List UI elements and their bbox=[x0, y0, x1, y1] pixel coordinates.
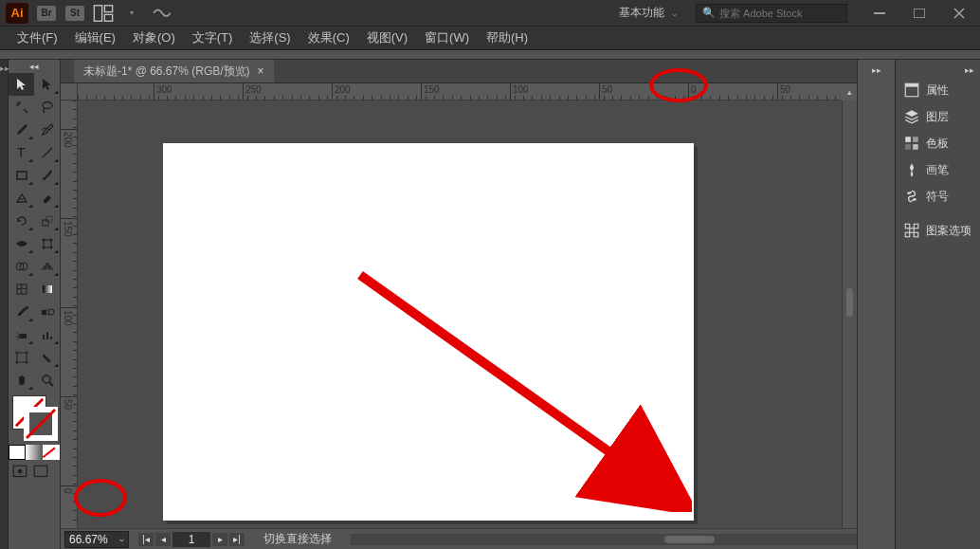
left-dock-strip[interactable]: ▸▸ bbox=[0, 60, 9, 549]
panel-layers[interactable]: 图层 bbox=[896, 103, 980, 130]
mesh-tool[interactable] bbox=[9, 278, 34, 301]
artboard[interactable] bbox=[163, 143, 694, 521]
panel-swatches[interactable]: 色板 bbox=[896, 130, 980, 156]
gradient-mode-button[interactable] bbox=[26, 445, 43, 460]
arrange-documents-icon[interactable] bbox=[93, 5, 114, 22]
search-box[interactable]: 🔍 bbox=[696, 4, 847, 23]
panel-label: 图层 bbox=[926, 109, 949, 125]
blend-tool[interactable] bbox=[34, 301, 60, 323]
svg-rect-42 bbox=[913, 144, 918, 150]
workspace-label: 基本功能 bbox=[619, 5, 664, 21]
scale-tool[interactable] bbox=[34, 210, 60, 232]
prev-artboard-button[interactable]: ◂ bbox=[155, 533, 171, 546]
column-graph-tool[interactable] bbox=[34, 323, 60, 346]
menu-help[interactable]: 帮助(H) bbox=[479, 27, 535, 49]
gradient-tool[interactable] bbox=[34, 278, 60, 301]
svg-point-16 bbox=[49, 247, 52, 249]
first-artboard-button[interactable]: |◂ bbox=[138, 533, 154, 546]
menu-select[interactable]: 选择(S) bbox=[242, 27, 298, 49]
next-artboard-button[interactable]: ▸ bbox=[212, 533, 227, 546]
eyedropper-tool[interactable] bbox=[9, 301, 34, 323]
menu-effect[interactable]: 效果(C) bbox=[300, 27, 357, 49]
slice-tool[interactable] bbox=[34, 346, 60, 369]
hand-tool[interactable] bbox=[9, 369, 34, 392]
type-tool[interactable]: T bbox=[9, 141, 34, 164]
close-button[interactable] bbox=[946, 6, 972, 21]
scrollbar-thumb[interactable] bbox=[846, 288, 853, 317]
panel-symbols[interactable]: 符号 bbox=[896, 183, 980, 210]
maximize-button[interactable] bbox=[906, 6, 933, 21]
rotate-tool[interactable] bbox=[9, 210, 34, 232]
scrollbar-thumb[interactable] bbox=[664, 536, 715, 543]
menu-window[interactable]: 窗口(W) bbox=[417, 27, 477, 49]
document-tab[interactable]: 未标题-1* @ 66.67% (RGB/预览) × bbox=[74, 60, 274, 82]
paintbrush-tool[interactable] bbox=[34, 164, 60, 187]
fill-stroke-control[interactable] bbox=[9, 395, 60, 441]
right-panels: ▸▸ 属性 图层 色板 画笔 符号 图案选项 bbox=[895, 60, 980, 549]
magic-wand-tool[interactable] bbox=[9, 96, 34, 119]
color-mode-row bbox=[9, 445, 60, 460]
search-input[interactable] bbox=[719, 8, 841, 19]
stock-icon[interactable]: St bbox=[64, 5, 85, 22]
lasso-tool[interactable] bbox=[34, 96, 60, 119]
menu-view[interactable]: 视图(V) bbox=[359, 27, 415, 49]
ruler-vertical[interactable]: 200150100500 bbox=[61, 101, 78, 528]
menu-edit[interactable]: 编辑(E) bbox=[67, 27, 123, 49]
artboard-tool[interactable] bbox=[9, 346, 34, 369]
horizontal-scrollbar[interactable] bbox=[351, 534, 857, 545]
ruler-horizontal[interactable]: 30025020015010050050 bbox=[78, 83, 842, 101]
menu-file[interactable]: 文件(F) bbox=[9, 27, 65, 49]
last-artboard-button[interactable]: ▸| bbox=[229, 533, 245, 546]
selection-tool[interactable] bbox=[9, 73, 34, 96]
curvature-tool[interactable] bbox=[34, 119, 60, 141]
eraser-tool[interactable] bbox=[34, 187, 60, 210]
svg-rect-45 bbox=[905, 224, 910, 229]
zoom-tool[interactable] bbox=[34, 369, 60, 392]
rectangle-tool[interactable] bbox=[9, 164, 34, 187]
stroke-swatch[interactable] bbox=[24, 407, 58, 441]
bridge-icon[interactable]: Br bbox=[36, 5, 57, 22]
collapse-panels-icon[interactable]: ▸▸ bbox=[896, 65, 980, 77]
svg-rect-3 bbox=[874, 12, 885, 14]
canvas-viewport[interactable] bbox=[78, 101, 842, 528]
perspective-grid-tool[interactable] bbox=[34, 255, 60, 278]
gpu-icon[interactable] bbox=[152, 5, 172, 22]
expand-dock-icon[interactable]: ▸▸ bbox=[0, 60, 9, 77]
width-tool[interactable] bbox=[9, 232, 34, 255]
svg-rect-12 bbox=[44, 240, 51, 247]
zoom-level[interactable]: 66.67% ⌵ bbox=[64, 531, 129, 548]
svg-text:T: T bbox=[17, 145, 26, 160]
close-tab-icon[interactable]: × bbox=[258, 64, 264, 78]
screen-mode-button[interactable] bbox=[32, 464, 49, 479]
shape-builder-tool[interactable] bbox=[9, 255, 34, 278]
ruler-origin[interactable] bbox=[61, 83, 78, 101]
panel-label: 符号 bbox=[926, 189, 949, 205]
direct-selection-tool[interactable] bbox=[34, 73, 60, 96]
panel-properties[interactable]: 属性 bbox=[896, 77, 980, 103]
draw-normal-button[interactable] bbox=[11, 464, 28, 479]
svg-rect-2 bbox=[104, 14, 112, 21]
collapse-toolbar-icon[interactable]: ◂◂ bbox=[9, 60, 60, 73]
panel-brushes[interactable]: 画笔 bbox=[896, 156, 980, 183]
menu-object[interactable]: 对象(O) bbox=[125, 27, 183, 49]
dropdown-icon[interactable]: ▾ bbox=[121, 5, 142, 22]
svg-rect-22 bbox=[42, 310, 46, 315]
line-segment-tool[interactable] bbox=[34, 141, 60, 164]
document-tab-label: 未标题-1* @ 66.67% (RGB/预览) bbox=[83, 64, 250, 80]
minimize-button[interactable] bbox=[866, 6, 893, 21]
pen-tool[interactable] bbox=[9, 119, 34, 141]
panel-pattern-options[interactable]: 图案选项 bbox=[896, 217, 980, 244]
workspace-switcher[interactable]: 基本功能 ⌵ bbox=[609, 3, 686, 23]
artboard-number[interactable]: 1 bbox=[172, 532, 210, 547]
free-transform-tool[interactable] bbox=[34, 232, 60, 255]
collapse-right-icon[interactable]: ▸▸ bbox=[858, 65, 895, 77]
scroll-up-button[interactable]: ▴ bbox=[842, 83, 857, 101]
svg-point-44 bbox=[914, 198, 916, 201]
color-mode-button[interactable] bbox=[9, 445, 26, 460]
menu-type[interactable]: 文字(T) bbox=[185, 27, 241, 49]
none-mode-button[interactable] bbox=[43, 445, 60, 460]
symbol-sprayer-tool[interactable] bbox=[9, 323, 34, 346]
shaper-tool[interactable] bbox=[9, 187, 34, 210]
svg-point-35 bbox=[18, 469, 23, 474]
vertical-scrollbar[interactable] bbox=[842, 101, 857, 528]
